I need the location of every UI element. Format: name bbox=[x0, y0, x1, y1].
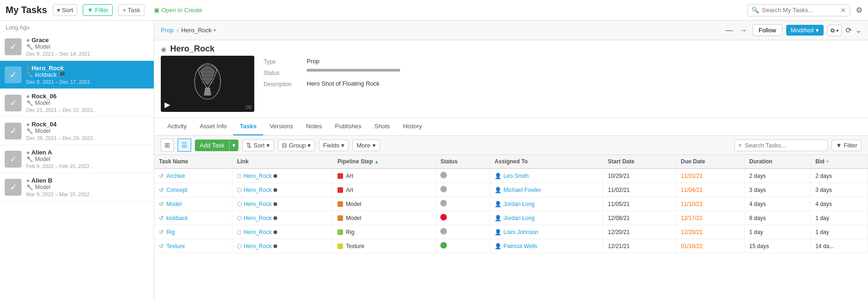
breadcrumb-parent[interactable]: Prop bbox=[161, 27, 173, 34]
fields-button[interactable]: Fields ▾ bbox=[319, 139, 349, 151]
nav-expand-button[interactable]: → bbox=[738, 25, 749, 36]
tab-tasks[interactable]: Tasks bbox=[233, 118, 263, 135]
sidebar-item-6[interactable]: ✓ ● Alien B 🔧 Model Mar 9, 2022 – Mar 15… bbox=[0, 173, 154, 201]
assigned-to-cell: 👤 Jordan Long bbox=[490, 211, 603, 225]
open-in-create-button[interactable]: ▣ Open in Create bbox=[150, 5, 206, 15]
wrench-icon: 🔧 bbox=[26, 44, 33, 50]
bullet-icon: ● bbox=[26, 177, 31, 184]
add-task-dropdown-button[interactable]: ▾ bbox=[229, 139, 238, 151]
task-name-link[interactable]: Concept bbox=[166, 187, 187, 193]
add-task-button[interactable]: Add Task bbox=[195, 139, 229, 151]
user-icon: 👤 bbox=[495, 243, 502, 250]
table-row: ↺ Concept ⬡ Hero_Rock Art 👤 Michael Fowl… bbox=[154, 183, 868, 197]
breadcrumb-current[interactable]: Hero_Rock ▾ bbox=[181, 27, 216, 34]
link-cell: ⬡ Hero_Rock bbox=[232, 197, 333, 211]
sort-tasks-button[interactable]: ⇅ Sort ▾ bbox=[242, 139, 274, 151]
link-name[interactable]: Hero_Rock bbox=[244, 201, 272, 207]
status-dot bbox=[440, 200, 447, 206]
tab-versions[interactable]: Versions bbox=[263, 118, 300, 135]
add-task-group: Add Task ▾ bbox=[195, 139, 238, 151]
link-name[interactable]: Hero_Rock bbox=[244, 173, 272, 179]
start-date-cell: 11/05/21 bbox=[603, 197, 676, 211]
link-icon: ⬡ bbox=[237, 187, 242, 193]
task-type-icon: ↺ bbox=[159, 215, 164, 221]
item-info: ● Rock_04 🔧 Model Dec 28, 2021 – Dec 29,… bbox=[26, 121, 149, 141]
tab-activity[interactable]: Activity bbox=[161, 118, 193, 135]
due-date-cell: 11/04/21 bbox=[676, 183, 745, 197]
add-col-icon[interactable]: + bbox=[826, 158, 829, 165]
tab-notes[interactable]: Notes bbox=[300, 118, 329, 135]
modified-button[interactable]: Modified ▾ bbox=[786, 25, 824, 36]
assignee-link[interactable]: Patricia Wells bbox=[503, 243, 537, 250]
sidebar-item-5[interactable]: ✓ ● Alien A 🔧 Model Feb 9, 2022 – Feb 15… bbox=[0, 145, 154, 173]
task-name-link[interactable]: kickback bbox=[166, 215, 188, 221]
task-name-link[interactable]: Texture bbox=[166, 243, 185, 250]
col-header-due-date: Due Date bbox=[676, 155, 745, 169]
pipeline-cell: Art bbox=[333, 183, 436, 197]
right-panel: Prop › Hero_Rock ▾ — → Follow Modified ▾… bbox=[154, 21, 868, 301]
assignee-link[interactable]: Leo Smith bbox=[503, 173, 529, 179]
sidebar-item-1[interactable]: ✓ ● Grace 🔧 Model Dec 8, 2021 – Dec 14, … bbox=[0, 33, 154, 61]
sidebar-item-3[interactable]: ✓ ● Rock_06 🔧 Model Dec 21, 2021 – Dec 2… bbox=[0, 89, 154, 117]
asset-title-row: ◉ Hero_Rock bbox=[154, 40, 868, 56]
pipeline-color-indicator bbox=[337, 243, 343, 249]
assignee-link[interactable]: Liam Johnson bbox=[503, 229, 538, 235]
user-icon: 👤 bbox=[495, 201, 502, 207]
assigned-to-cell: 👤 Michael Fowler bbox=[490, 183, 603, 197]
col-header-pipeline-step[interactable]: Pipeline Step ▲ bbox=[333, 155, 436, 169]
wrench-icon: 🔧 bbox=[26, 100, 33, 106]
tab-shots[interactable]: Shots bbox=[368, 118, 396, 135]
link-name[interactable]: Hero_Rock bbox=[244, 215, 272, 221]
bid-cell: 3 days bbox=[811, 183, 868, 197]
search-input[interactable] bbox=[762, 7, 838, 14]
add-task-button[interactable]: + Task bbox=[118, 4, 144, 16]
assignee-link[interactable]: Michael Fowler bbox=[503, 187, 541, 193]
nav-minimize-button[interactable]: — bbox=[724, 25, 735, 36]
link-name[interactable]: Hero_Rock bbox=[244, 243, 272, 250]
play-icon[interactable]: ▶ bbox=[165, 100, 170, 109]
modified-dropdown-button[interactable]: ⧉ ▾ bbox=[827, 25, 842, 36]
assigned-to-cell: 👤 Jordan Long bbox=[490, 197, 603, 211]
follow-button[interactable]: Follow bbox=[753, 24, 782, 36]
sidebar-item-2[interactable]: ✓ ● Hero_Rock 🔧 kickback 🏴 Dec 8, 2021 –… bbox=[0, 61, 154, 89]
asset-fields: Type Prop Status Description Hero Shot o… bbox=[264, 56, 400, 112]
link-name[interactable]: Hero_Rock bbox=[244, 229, 272, 235]
refresh-button[interactable]: ⟳ bbox=[846, 26, 852, 35]
item-name: ● Alien A bbox=[26, 149, 149, 156]
pipeline-step-label: Model bbox=[346, 215, 361, 221]
grid-view-button[interactable]: ⊞ bbox=[161, 139, 174, 152]
tab-publishes[interactable]: Publishes bbox=[329, 118, 368, 135]
task-name-link[interactable]: Rig bbox=[166, 229, 175, 235]
sort-button[interactable]: ▾ Sort bbox=[53, 4, 78, 16]
expand-button[interactable]: ⌄ bbox=[855, 26, 861, 35]
type-field: Type Prop bbox=[264, 58, 400, 65]
task-name-link[interactable]: Model bbox=[166, 201, 182, 207]
sidebar-item-4[interactable]: ✓ ● Rock_04 🔧 Model Dec 28, 2021 – Dec 2… bbox=[0, 117, 154, 145]
group-button[interactable]: ⊟ Group ▾ bbox=[278, 139, 315, 151]
list-view-button[interactable]: ☰ bbox=[178, 139, 191, 152]
tab-asset-info[interactable]: Asset Info bbox=[193, 118, 233, 135]
bullet-orange-icon: ● bbox=[26, 65, 31, 72]
bid-cell: 2 days bbox=[811, 169, 868, 183]
gear-icon[interactable]: ⚙ bbox=[856, 6, 862, 15]
status-dot bbox=[440, 242, 447, 249]
link-dot bbox=[273, 188, 277, 192]
link-name[interactable]: Hero_Rock bbox=[244, 187, 272, 193]
duration-cell: 3 days bbox=[745, 183, 811, 197]
task-type-icon: ↺ bbox=[159, 187, 164, 193]
due-date-cell: 11/01/21 bbox=[676, 169, 745, 183]
link-cell: ⬡ Hero_Rock bbox=[232, 169, 333, 183]
task-name-link[interactable]: Archive bbox=[166, 173, 185, 179]
status-dot bbox=[440, 228, 447, 235]
more-button[interactable]: More ▾ bbox=[352, 139, 380, 151]
tab-history[interactable]: History bbox=[396, 118, 428, 135]
search-clear-icon[interactable]: ✕ bbox=[840, 7, 846, 14]
start-date-cell: 12/21/21 bbox=[603, 239, 676, 253]
item-name: ● Grace bbox=[26, 37, 149, 44]
description-value: Hero Shot of Floating Rock bbox=[307, 80, 380, 87]
filter-button[interactable]: ▼ Filter bbox=[83, 4, 113, 16]
assignee-link[interactable]: Jordan Long bbox=[503, 201, 535, 207]
task-search-input[interactable] bbox=[745, 142, 824, 149]
assignee-link[interactable]: Jordan Long bbox=[503, 215, 535, 221]
filter-tasks-button[interactable]: ▼ Filter bbox=[832, 139, 861, 151]
